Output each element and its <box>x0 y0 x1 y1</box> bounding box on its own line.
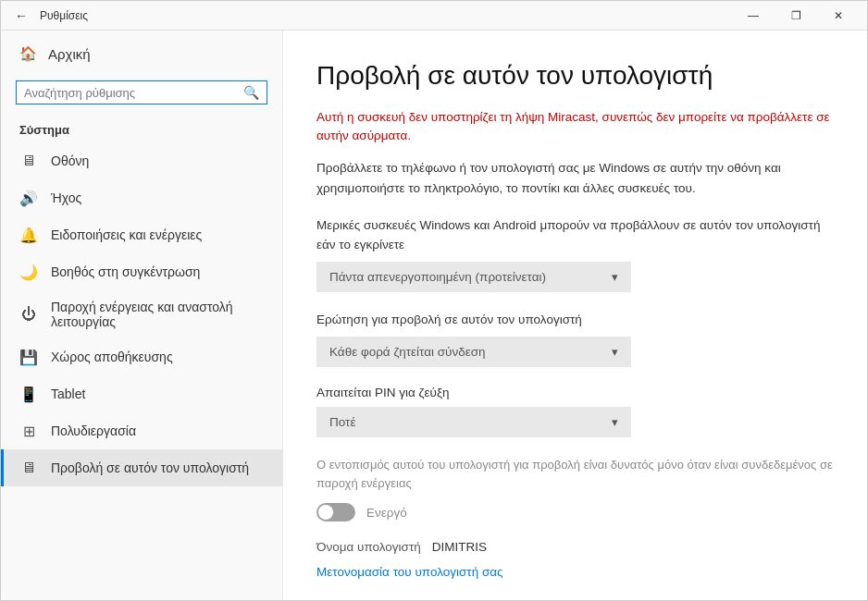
toggle-row: Ενεργό <box>316 503 834 521</box>
computer-name-row: Όνομα υπολογιστή DIMITRIS <box>316 540 834 554</box>
dropdown3-arrow-icon: ▾ <box>612 415 618 429</box>
sidebar-item-tablet[interactable]: 📱 Tablet <box>1 375 282 412</box>
sidebar-item-label-display: Οθόνη <box>51 153 89 168</box>
dropdown2-label: Ερώτηση για προβολή σε αυτόν τον υπολογι… <box>316 311 834 329</box>
dropdown2[interactable]: Κάθε φορά ζητείται σύνδεση ▾ <box>316 337 631 367</box>
minimize-button[interactable]: — <box>732 1 775 31</box>
power-icon: ⏻ <box>19 305 38 324</box>
storage-icon: 💾 <box>19 348 38 366</box>
sidebar-item-multitasking[interactable]: ⊞ Πολυδιεργασία <box>1 412 282 449</box>
sidebar-item-label-storage: Χώρος αποθήκευσης <box>51 350 173 364</box>
tablet-icon: 📱 <box>19 385 38 403</box>
description-text: Προβάλλετε το τηλέφωνο ή τον υπολογιστή … <box>316 158 834 198</box>
rename-link[interactable]: Μετονομασία του υπολογιστή σας <box>316 565 503 579</box>
sound-icon: 🔊 <box>19 189 38 207</box>
sidebar-item-label-sound: Ήχος <box>51 190 81 205</box>
sidebar-item-label-power: Παροχή ενέργειας και αναστολή λειτουργία… <box>51 300 264 329</box>
dropdown1-value: Πάντα απενεργοποιημένη (προτείνεται) <box>329 270 546 284</box>
sidebar-item-display[interactable]: 🖥 Οθόνη <box>1 142 282 179</box>
focus-icon: 🌙 <box>19 263 38 281</box>
back-icon: ← <box>15 8 28 23</box>
dropdown1[interactable]: Πάντα απενεργοποιημένη (προτείνεται) ▾ <box>316 262 631 292</box>
sidebar-item-label-focus: Βοηθός στη συγκέντρωση <box>51 264 200 279</box>
projecting-icon: 🖥 <box>19 459 38 477</box>
toggle-switch[interactable] <box>316 503 355 521</box>
back-button[interactable]: ← <box>8 3 34 29</box>
sidebar-item-projecting[interactable]: 🖥 Προβολή σε αυτόν τον υπολογιστή <box>1 449 282 486</box>
computer-name-value: DIMITRIS <box>432 540 487 554</box>
power-note: Ο εντοπισμός αυτού του υπολογιστή για πρ… <box>316 456 834 492</box>
sidebar-item-label-multitasking: Πολυδιεργασία <box>51 423 136 438</box>
notifications-icon: 🔔 <box>19 226 38 244</box>
dropdown1-label: Μερικές συσκευές Windows και Android μπο… <box>316 216 834 254</box>
sidebar: 🏠 Αρχική 🔍 Σύστημα 🖥 Οθόνη 🔊 Ήχος 🔔 Ειδο… <box>1 31 283 600</box>
titlebar-title: Ρυθμίσεις <box>34 9 732 22</box>
dropdown2-value: Κάθε φορά ζητείται σύνδεση <box>329 345 486 359</box>
toggle-label: Ενεργό <box>366 506 407 520</box>
maximize-button[interactable]: ❐ <box>775 1 817 31</box>
search-icon: 🔍 <box>243 85 259 100</box>
sidebar-item-storage[interactable]: 💾 Χώρος αποθήκευσης <box>1 338 282 375</box>
sidebar-item-focus[interactable]: 🌙 Βοηθός στη συγκέντρωση <box>1 253 282 290</box>
main-panel: Προβολή σε αυτόν τον υπολογιστή Αυτή η σ… <box>283 31 867 600</box>
sidebar-item-power[interactable]: ⏻ Παροχή ενέργειας και αναστολή λειτουργ… <box>1 290 282 338</box>
sidebar-home-label: Αρχική <box>48 46 91 62</box>
sidebar-item-label-notifications: Ειδοποιήσεις και ενέργειες <box>51 227 202 242</box>
search-box[interactable]: 🔍 <box>16 80 267 104</box>
window-controls: — ❐ ✕ <box>732 1 860 31</box>
titlebar: ← Ρυθμίσεις — ❐ ✕ <box>1 1 867 31</box>
search-input[interactable] <box>24 86 243 100</box>
settings-window: ← Ρυθμίσεις — ❐ ✕ 🏠 Αρχική 🔍 Σύστημα 🖥 Ο… <box>0 0 868 601</box>
display-icon: 🖥 <box>19 152 38 170</box>
main-content: 🏠 Αρχική 🔍 Σύστημα 🖥 Οθόνη 🔊 Ήχος 🔔 Ειδο… <box>1 31 867 600</box>
page-title: Προβολή σε αυτόν τον υπολογιστή <box>316 60 834 92</box>
close-button[interactable]: ✕ <box>817 1 860 31</box>
dropdown3-value: Ποτέ <box>329 415 355 429</box>
sidebar-item-sound[interactable]: 🔊 Ήχος <box>1 179 282 216</box>
home-icon: 🏠 <box>19 45 37 62</box>
dropdown3-label: Απαιτείται PIN για ζεύξη <box>316 386 834 399</box>
sidebar-item-label-projecting: Προβολή σε αυτόν τον υπολογιστή <box>51 460 249 475</box>
multitasking-icon: ⊞ <box>19 422 38 440</box>
computer-name-label: Όνομα υπολογιστή <box>316 540 421 554</box>
sidebar-item-notifications[interactable]: 🔔 Ειδοποιήσεις και ενέργειες <box>1 216 282 253</box>
sidebar-item-label-tablet: Tablet <box>51 386 85 401</box>
sidebar-section-label: Σύστημα <box>1 116 282 142</box>
dropdown3[interactable]: Ποτέ ▾ <box>316 407 631 437</box>
sidebar-home-button[interactable]: 🏠 Αρχική <box>1 31 282 77</box>
dropdown2-arrow-icon: ▾ <box>612 345 618 359</box>
warning-text: Αυτή η συσκευή δεν υποστηρίζει τη λήψη M… <box>316 108 834 146</box>
dropdown1-arrow-icon: ▾ <box>612 270 618 284</box>
